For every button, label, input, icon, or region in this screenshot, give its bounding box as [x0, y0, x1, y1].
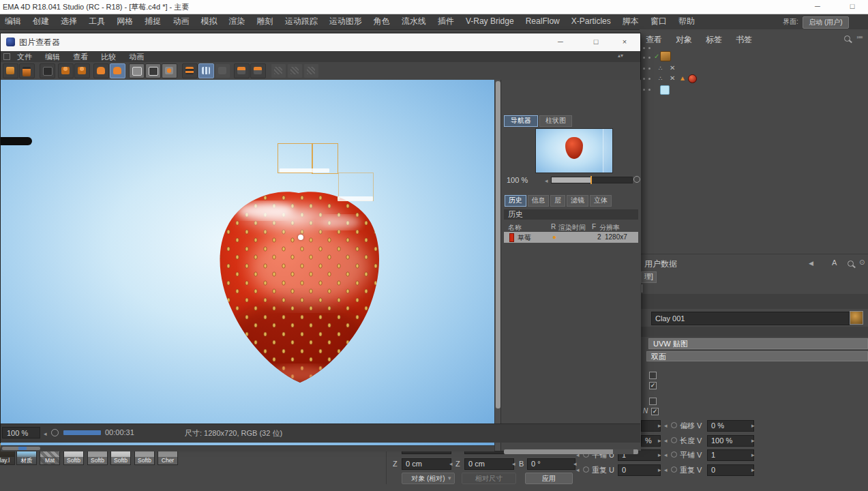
om-menu-bookmarks[interactable]: 书签 [731, 33, 757, 47]
compare-frame-b-icon[interactable] [145, 63, 161, 78]
menu-select[interactable]: 选择 [56, 14, 82, 29]
axis-tag-icon[interactable]: ∴ [659, 65, 663, 72]
visibility-dot-icon[interactable] [643, 57, 645, 59]
scrollbar-thumb[interactable] [613, 449, 633, 454]
repeat-v-field[interactable]: 0 [707, 464, 754, 476]
col-resolution[interactable]: 分辨率 [599, 223, 620, 233]
attr-checkbox-checked[interactable]: ✓ [649, 382, 657, 389]
scrollbar-thumb[interactable] [496, 81, 500, 408]
pv-menu-edit[interactable]: 编辑 [40, 51, 65, 62]
history-row[interactable]: 草莓 ● 2 1280x7 [504, 232, 638, 243]
nav-zoom-value[interactable]: 100 % [507, 176, 528, 184]
spin-left-icon[interactable]: ◂ [664, 437, 668, 444]
spin-icon[interactable]: ◂ [512, 460, 515, 467]
pv-menu-view[interactable]: 查看 [68, 51, 93, 62]
attr-lock-icon[interactable]: ⊙ [859, 258, 865, 266]
attr-checkbox[interactable] [649, 372, 657, 379]
pv-sort-icon[interactable]: ▴▾ [618, 53, 623, 59]
two-sided-row[interactable]: 双面 [646, 351, 868, 361]
pv-menu-file[interactable]: 文件 [12, 51, 38, 62]
menu-plugins[interactable]: 插件 [433, 14, 459, 29]
spin-right-icon[interactable]: ▸ [658, 466, 661, 473]
visibility-dot-icon[interactable] [643, 89, 645, 91]
visibility-dot-icon[interactable] [648, 78, 650, 80]
col-render-time[interactable]: 渲染时间 [558, 223, 586, 233]
attr-tab-fragment[interactable]: 理] [641, 271, 657, 283]
apply-button[interactable]: 应用 [525, 473, 573, 484]
menu-create[interactable]: 创建 [28, 14, 54, 29]
fit-view-icon[interactable] [51, 429, 59, 436]
menu-mesh[interactable]: 网格 [112, 14, 138, 29]
spin-left-icon[interactable]: ◂ [664, 451, 668, 458]
offset-v-field[interactable]: 0 % [707, 420, 754, 432]
tab-filter[interactable]: 滤镜 [567, 195, 588, 207]
xpresso-tag-icon[interactable]: ✕ [670, 74, 675, 82]
menu-mograph[interactable]: 运动图形 [325, 14, 367, 29]
material-name-field[interactable]: Clay 001 [651, 312, 850, 325]
keyframe-circle-icon[interactable] [671, 422, 677, 428]
minimize-button[interactable]: ─ [809, 1, 826, 12]
menu-edit[interactable]: 编辑 [0, 14, 26, 29]
keyframe-circle-icon[interactable] [583, 466, 589, 473]
menu-animate[interactable]: 动画 [168, 14, 194, 29]
zoom-step-icon[interactable]: ◂ [44, 430, 47, 437]
material-tag-icon[interactable] [688, 74, 697, 83]
menu-help[interactable]: 帮助 [674, 14, 700, 29]
length-v-field[interactable]: 100 % [707, 435, 754, 447]
set-image-a-icon[interactable] [93, 63, 109, 78]
zoom-slider[interactable] [551, 177, 633, 183]
menu-script[interactable]: 脚本 [618, 14, 644, 29]
spin-right-icon[interactable]: ▸ [751, 466, 755, 473]
menu-tools[interactable]: 工具 [84, 14, 110, 29]
upload-b-icon[interactable] [74, 63, 90, 78]
menu-character[interactable]: 角色 [369, 14, 395, 29]
menu-simulate[interactable]: 模拟 [196, 14, 222, 29]
spin-right-icon[interactable]: ▸ [658, 422, 661, 429]
om-filter-icon[interactable]: ≔ [856, 33, 863, 41]
spin-right-icon[interactable]: ▸ [658, 437, 661, 444]
repeat-u-field[interactable]: 0 [618, 464, 661, 476]
tab-stereo[interactable]: 立体 [590, 195, 612, 207]
sky-object-icon[interactable] [660, 85, 670, 95]
tab-history[interactable]: 历史 [505, 195, 526, 207]
spin-icon[interactable]: ◂ [449, 460, 453, 467]
om-search-icon[interactable] [844, 35, 850, 42]
folder-object-icon[interactable] [660, 51, 671, 61]
panel-h-scrollbar[interactable] [504, 449, 638, 454]
visibility-dot-icon[interactable] [648, 57, 650, 59]
col-r[interactable]: R [551, 223, 556, 230]
tab-histogram[interactable]: 柱状图 [539, 115, 572, 127]
attr-checkbox[interactable] [649, 398, 657, 405]
visibility-dot-icon[interactable] [643, 78, 645, 80]
menu-realflow[interactable]: RealFlow [521, 14, 565, 29]
coord-pos-z-field[interactable]: 0 cm [402, 458, 451, 470]
col-name[interactable]: 名称 [508, 223, 522, 233]
canvas-h-scrollbar[interactable] [1, 445, 494, 451]
open-file-icon[interactable] [3, 63, 18, 78]
ab-split-icon[interactable] [182, 63, 198, 78]
spin-right-icon[interactable]: ▸ [751, 422, 755, 429]
menu-render[interactable]: 渲染 [224, 14, 250, 29]
om-menu-view[interactable]: 查看 [641, 33, 667, 47]
tab-layer[interactable]: 层 [550, 195, 565, 207]
coord-size-z-field[interactable]: 0 cm [464, 458, 514, 470]
phong-tag-icon[interactable]: ▲ [679, 74, 686, 82]
pv-menu-compare[interactable]: 比较 [95, 51, 121, 62]
projection-dropdown[interactable]: UVW 贴图 [648, 338, 868, 349]
spin-icon[interactable]: ◂ [573, 460, 577, 467]
visibility-dot-icon[interactable] [643, 68, 645, 70]
menu-sculpt[interactable]: 雕刻 [252, 14, 278, 29]
upload-a-icon[interactable] [58, 63, 74, 78]
compare-link-icon[interactable] [162, 63, 177, 78]
keyframe-circle-icon[interactable] [671, 451, 677, 458]
axis-tag-icon[interactable]: ∴ [659, 75, 663, 82]
pv-dock-icon[interactable] [3, 53, 10, 60]
pv-close-button[interactable]: × [616, 37, 633, 47]
attr-header[interactable]: 用户数据 [644, 258, 677, 270]
set-image-b-icon[interactable] [110, 63, 125, 78]
spin-right-icon[interactable]: ▸ [751, 437, 755, 444]
menu-window[interactable]: 窗口 [646, 14, 672, 29]
pv-minimize-button[interactable]: ─ [552, 37, 569, 47]
save-image-icon[interactable] [19, 63, 35, 78]
pv-maximize-button[interactable]: □ [587, 37, 605, 47]
